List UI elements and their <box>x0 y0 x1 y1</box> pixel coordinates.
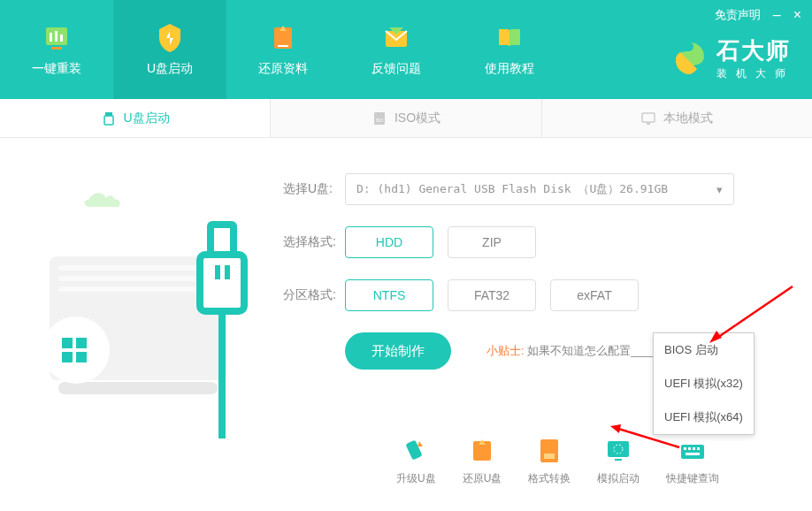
feedback-icon <box>380 22 412 54</box>
disclaimer-link[interactable]: 免责声明 <box>715 7 761 23</box>
tab-label: ISO模式 <box>395 111 440 126</box>
format-zip-button[interactable]: ZIP <box>448 226 536 258</box>
svg-rect-33 <box>684 447 686 450</box>
brand-logo-icon <box>670 39 709 78</box>
partition-exfat-button[interactable]: exFAT <box>550 279 639 311</box>
tab-label: U盘启动 <box>124 111 170 126</box>
usb-illustration <box>27 173 257 421</box>
svg-rect-18 <box>58 382 218 394</box>
tool-convert-format[interactable]: 格式转换 <box>528 438 571 486</box>
usb-select[interactable]: D: (hd1) General USB Flash Disk （U盘）26.9… <box>345 173 734 205</box>
nav-label: 反馈问题 <box>372 61 421 77</box>
nav-restore[interactable]: 还原资料 <box>226 0 340 99</box>
usb-select-label: 选择U盘: <box>283 181 345 197</box>
partition-ntfs-button[interactable]: NTFS <box>345 279 433 311</box>
svg-rect-1 <box>50 33 52 42</box>
tutorial-icon <box>494 22 525 54</box>
close-button[interactable]: × <box>793 7 801 23</box>
svg-rect-24 <box>225 265 230 279</box>
brand-title: 石大师 <box>716 35 794 66</box>
tool-label: 格式转换 <box>528 471 571 486</box>
start-button[interactable]: 开始制作 <box>345 332 451 370</box>
tool-label: 还原U盘 <box>463 471 502 486</box>
boot-mode-popup: BIOS 启动 UEFI 模拟(x32) UEFI 模拟(x64) <box>653 332 755 435</box>
header: 一键重装 U盘启动 还原资料 反馈问题 使用教程 免责声明 <box>0 0 812 99</box>
partition-label: 分区格式: <box>283 287 345 303</box>
tool-label: 快捷键查询 <box>666 471 719 486</box>
svg-marker-39 <box>610 424 621 433</box>
svg-rect-31 <box>615 459 622 461</box>
monitor-icon <box>41 22 73 54</box>
bottom-tools: 升级U盘 还原U盘 格式转换 模拟启动 快捷键查询 <box>396 438 719 486</box>
upgrade-icon <box>402 438 430 464</box>
svg-rect-12 <box>642 113 655 122</box>
svg-rect-13 <box>647 123 650 125</box>
svg-rect-35 <box>693 447 695 450</box>
svg-rect-37 <box>686 453 700 455</box>
svg-rect-9 <box>104 116 113 125</box>
svg-text:ISO: ISO <box>376 118 384 123</box>
tabs: U盘启动 ISO ISO模式 本地模式 <box>0 99 812 138</box>
format-label: 选择格式: <box>283 234 345 250</box>
tool-hotkey-query[interactable]: 快捷键查询 <box>666 438 719 486</box>
nav-label: 还原资料 <box>258 61 308 77</box>
simulate-icon <box>604 438 632 464</box>
usb-select-value: D: (hd1) General USB Flash Disk （U盘）26.9… <box>356 181 668 197</box>
svg-rect-21 <box>211 225 234 255</box>
nav-usb-boot[interactable]: U盘启动 <box>113 0 226 99</box>
popup-bios[interactable]: BIOS 启动 <box>654 333 754 367</box>
svg-rect-4 <box>51 47 62 50</box>
nav-reinstall[interactable]: 一键重装 <box>0 0 113 99</box>
svg-point-19 <box>42 317 110 384</box>
svg-rect-15 <box>58 265 218 271</box>
svg-rect-32 <box>681 445 704 459</box>
tip-label: 小贴士: <box>486 344 525 357</box>
svg-rect-6 <box>278 45 288 47</box>
chevron-down-icon: ▾ <box>716 183 723 196</box>
svg-rect-28 <box>544 454 555 459</box>
convert-icon <box>535 438 563 464</box>
svg-rect-20 <box>200 255 244 311</box>
tool-upgrade-usb[interactable]: 升级U盘 <box>396 438 436 486</box>
restore-icon <box>267 22 299 54</box>
tool-label: 升级U盘 <box>396 471 436 486</box>
tab-local[interactable]: 本地模式 <box>542 99 812 137</box>
restore-usb-icon <box>468 438 496 464</box>
minimize-button[interactable]: – <box>773 7 781 23</box>
popup-uefi-x32[interactable]: UEFI 模拟(x32) <box>654 367 754 400</box>
tool-restore-usb[interactable]: 还原U盘 <box>463 438 502 486</box>
tab-iso[interactable]: ISO ISO模式 <box>271 99 541 137</box>
svg-rect-2 <box>55 31 57 42</box>
svg-rect-16 <box>58 276 218 281</box>
nav-tutorial[interactable]: 使用教程 <box>453 0 566 99</box>
partition-fat32-button[interactable]: FAT32 <box>448 279 536 311</box>
svg-rect-27 <box>540 439 558 462</box>
keyboard-icon <box>678 438 707 464</box>
title-bar: 免责声明 – × <box>715 7 801 23</box>
svg-rect-36 <box>697 447 700 450</box>
nav-label: 一键重装 <box>32 61 81 77</box>
svg-rect-3 <box>60 34 63 42</box>
tab-usb-boot[interactable]: U盘启动 <box>0 99 271 137</box>
nav-label: 使用教程 <box>485 61 534 77</box>
brand-subtitle: 装机大师 <box>716 66 794 81</box>
svg-rect-23 <box>215 265 220 279</box>
usb-icon <box>101 111 117 126</box>
nav-label: U盘启动 <box>147 61 193 77</box>
tab-label: 本地模式 <box>663 111 713 126</box>
tool-label: 模拟启动 <box>597 471 640 486</box>
svg-rect-29 <box>608 441 629 457</box>
svg-rect-34 <box>688 447 691 450</box>
svg-rect-17 <box>58 286 218 292</box>
tool-simulate-boot[interactable]: 模拟启动 <box>597 438 640 486</box>
format-hdd-button[interactable]: HDD <box>345 226 433 258</box>
iso-icon: ISO <box>372 111 387 126</box>
local-icon <box>640 111 656 126</box>
brand: 石大师 装机大师 <box>670 35 794 81</box>
nav-feedback[interactable]: 反馈问题 <box>340 0 453 99</box>
shield-usb-icon <box>154 22 186 54</box>
popup-uefi-x64[interactable]: UEFI 模拟(x64) <box>654 400 754 434</box>
